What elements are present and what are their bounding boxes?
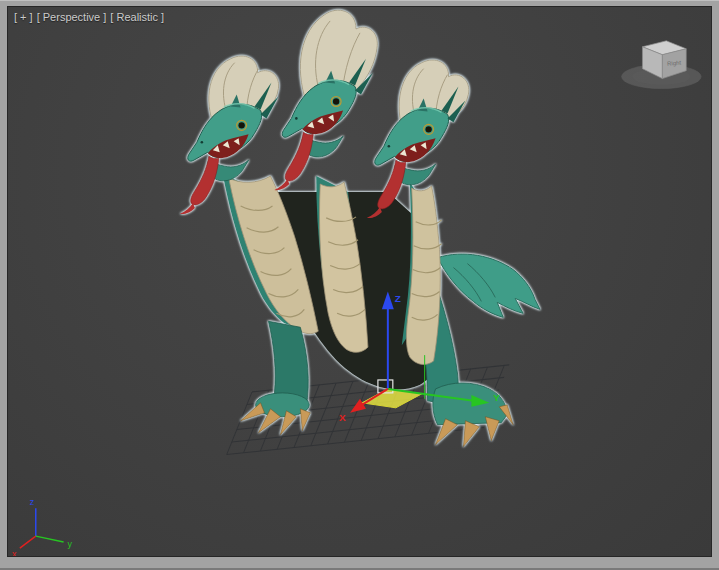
tripod-z-label: z — [30, 497, 35, 507]
tripod-x-label: x — [12, 549, 17, 556]
left-leg — [241, 321, 311, 434]
viewcube[interactable]: Right — [622, 41, 702, 89]
viewport-menu-shading[interactable]: [ Realistic ] — [110, 11, 164, 23]
tripod-y-label: y — [68, 539, 73, 549]
viewport-canvas[interactable]: Z Y X z x y — [8, 7, 711, 556]
gizmo-x-label: X — [339, 412, 346, 423]
viewport-label-bar: [ + ][ Perspective ][ Realistic ] — [14, 11, 168, 23]
hydra-model[interactable] — [180, 10, 540, 446]
perspective-viewport[interactable]: [ + ][ Perspective ][ Realistic ] — [8, 7, 711, 556]
gizmo-y-label: Y — [493, 392, 500, 403]
right-foot — [433, 383, 513, 447]
viewcube-face-label: Right — [667, 60, 682, 67]
max-window-frame: [ + ][ Perspective ][ Realistic ] — [0, 0, 719, 570]
viewport-menu-pov[interactable]: [ Perspective ] — [37, 11, 107, 23]
viewport-menu-general[interactable]: [ + ] — [14, 11, 33, 23]
world-axis-tripod: z x y — [12, 497, 73, 556]
gizmo-z-label: Z — [395, 293, 401, 304]
